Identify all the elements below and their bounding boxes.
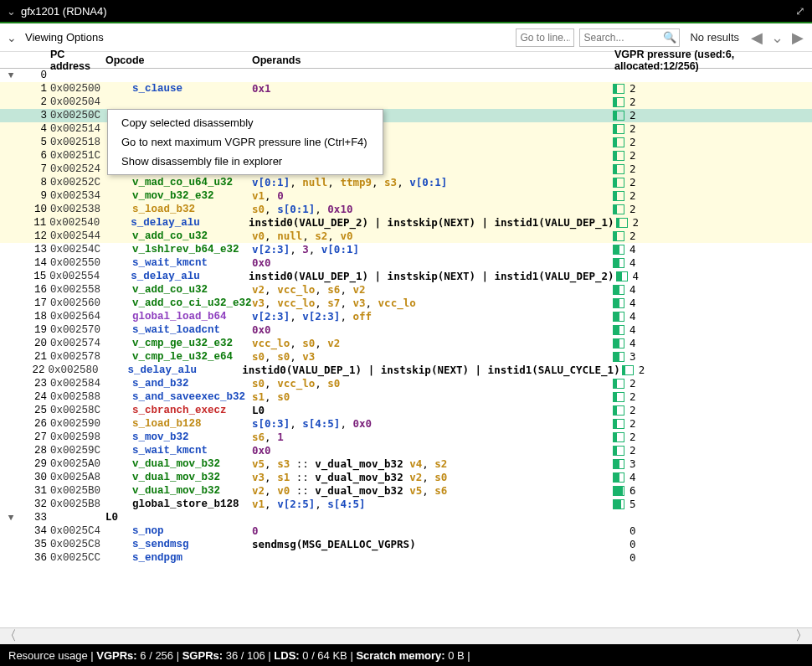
table-row[interactable]: ▼33L0 [0, 511, 812, 524]
vgpr-pressure: 0 [611, 551, 812, 565]
search-input[interactable] [579, 28, 680, 47]
opcode: s_nop [105, 524, 252, 538]
pc-address: 0x002524 [50, 163, 105, 176]
line-number: 23 [22, 377, 50, 390]
table-row[interactable]: 230x002584s_and_b32s0, vcc_lo, s02 [0, 377, 812, 390]
pressure-value: 2 [630, 377, 636, 390]
table-row[interactable]: 120x002544v_add_co_u32v0, null, s2, v02 [0, 230, 812, 243]
operands: instid0(VALU_DEP_2) | instskip(NEXT) | i… [249, 216, 614, 230]
viewing-options-label[interactable]: Viewing Options [25, 31, 104, 44]
table-row[interactable]: 190x002570s_wait_loadcnt0x04 [0, 323, 812, 337]
table-row[interactable]: 360x0025CCs_endpgm0 [0, 551, 812, 565]
header-vgpr-pressure[interactable]: VGPR pressure (used:6, allocated:12/256) [611, 49, 812, 72]
table-row[interactable]: 150x002554s_delay_aluinstid0(VALU_DEP_1)… [0, 270, 812, 283]
pc-address: 0x002598 [50, 431, 105, 444]
pressure-bar [613, 392, 624, 402]
table-row[interactable]: 80x00252Cv_mad_co_u64_u32v[0:1], null, t… [0, 176, 812, 189]
pressure-bar [613, 111, 624, 121]
line-number: 9 [22, 189, 50, 203]
opcode: s_wait_kmcnt [105, 444, 252, 457]
menu-goto-max-pressure[interactable]: Go to next maximum VGPR pressure line (C… [108, 132, 383, 152]
next-result-button[interactable]: ▶ [790, 28, 805, 47]
header-pc[interactable]: PC address [50, 49, 105, 72]
opcode: s_and_saveexec_b32 [105, 390, 252, 404]
header-opcode[interactable]: Opcode [105, 54, 252, 66]
pc-address: 0x00254C [50, 243, 105, 256]
operands: 0 [252, 524, 611, 538]
goto-line-input[interactable] [516, 28, 574, 47]
pressure-value: 2 [630, 230, 636, 243]
menu-copy-disassembly[interactable]: Copy selected disassembly [108, 113, 383, 132]
table-row[interactable]: 350x0025C8s_sendmsgsendmsg(MSG_DEALLOC_V… [0, 538, 812, 551]
table-row[interactable]: 250x00258Cs_cbranch_execzL02 [0, 404, 812, 417]
expand-toggle[interactable]: ▼ [0, 511, 22, 524]
table-row[interactable]: 310x0025B0v_dual_mov_b32v2, v0 :: v_dual… [0, 484, 812, 498]
table-row[interactable]: 210x002578v_cmp_le_u32_e64s0, s0, v33 [0, 350, 812, 364]
table-row[interactable]: 180x002564global_load_b64v[2:3], v[2:3],… [0, 310, 812, 323]
pressure-bar [613, 486, 624, 496]
pressure-bar [613, 97, 624, 107]
table-row[interactable]: 270x002598s_mov_b32s6, 12 [0, 431, 812, 444]
line-number: 35 [22, 538, 50, 551]
opcode: global_load_b64 [105, 310, 252, 323]
table-row[interactable]: 170x002560v_add_co_ci_u32_e32v3, vcc_lo,… [0, 297, 812, 310]
operands: 0x0 [252, 256, 611, 270]
table-row[interactable]: 320x0025B8global_store_b128v1, v[2:5], s… [0, 498, 812, 511]
line-number: 36 [22, 551, 50, 565]
table-row[interactable]: 340x0025C4s_nop00 [0, 524, 812, 538]
scroll-right-icon[interactable]: 〉 [795, 627, 809, 645]
table-row[interactable]: 260x002590s_load_b128s[0:3], s[4:5], 0x0… [0, 417, 812, 431]
line-number: 25 [22, 404, 50, 417]
opcode: s_mov_b32 [105, 431, 252, 444]
pressure-value: 0 [630, 538, 636, 551]
table-row[interactable]: 20x0025042 [0, 96, 812, 109]
table-row[interactable]: 160x002558v_add_co_u32v2, vcc_lo, s6, v2… [0, 283, 812, 297]
pressure-value: 2 [630, 431, 636, 444]
line-number: 17 [22, 297, 50, 310]
table-row[interactable]: 280x00259Cs_wait_kmcnt0x02 [0, 444, 812, 457]
vgpr-pressure: 2 [611, 189, 812, 203]
table-row[interactable]: 100x002538s_load_b32s0, s[0:1], 0x102 [0, 203, 812, 216]
operands: v1, 0 [252, 189, 611, 203]
down-result-button[interactable]: ⌄ [769, 28, 785, 47]
prev-result-button[interactable]: ◀ [749, 28, 764, 47]
table-row[interactable]: 140x002550s_wait_kmcnt0x04 [0, 256, 812, 270]
line-number: 34 [22, 524, 50, 538]
title-bar: ⌄ gfx1201 (RDNA4) ⤢ [0, 0, 812, 22]
table-row[interactable]: 300x0025A8v_dual_mov_b32v3, s1 :: v_dual… [0, 471, 812, 484]
opcode: v_add_co_u32 [105, 230, 252, 243]
table-header: PC address Opcode Operands VGPR pressure… [0, 52, 812, 69]
pc-address: 0x00252C [50, 176, 105, 189]
table-row[interactable]: 10x002500s_clause0x12 [0, 82, 812, 96]
table-row[interactable]: 290x0025A0v_dual_mov_b32v5, s3 :: v_dual… [0, 457, 812, 471]
opcode: v_mad_co_u64_u32 [105, 176, 252, 189]
table-row[interactable]: 130x00254Cv_lshlrev_b64_e32v[2:3], 3, v[… [0, 243, 812, 256]
vgpr-pressure: 4 [611, 256, 812, 270]
pressure-value: 2 [630, 109, 636, 122]
expand-icon[interactable]: ⤢ [795, 4, 805, 18]
opcode: s_wait_kmcnt [105, 256, 252, 270]
table-row[interactable]: 110x002540s_delay_aluinstid0(VALU_DEP_2)… [0, 216, 812, 230]
pc-address: 0x002558 [50, 283, 105, 297]
pressure-bar [613, 258, 624, 268]
chevron-down-icon[interactable]: ⌄ [7, 31, 17, 44]
menu-show-in-explorer[interactable]: Show disassembly file in explorer [108, 152, 383, 171]
chevron-down-icon[interactable]: ⌄ [7, 5, 16, 18]
header-operands[interactable]: Operands [252, 54, 611, 66]
horizontal-scrollbar[interactable]: 〈 〉 [0, 627, 812, 644]
opcode: s_load_b32 [105, 203, 252, 216]
table-row[interactable]: 220x002580s_delay_aluinstid0(VALU_DEP_1)… [0, 364, 812, 377]
table-row[interactable]: 240x002588s_and_saveexec_b32s1, s02 [0, 390, 812, 404]
no-results-label: No results [690, 31, 739, 44]
expand-toggle[interactable]: ▼ [0, 69, 22, 82]
vgpr-pressure: 3 [611, 350, 812, 364]
pressure-bar [613, 379, 624, 389]
window-title: gfx1201 (RDNA4) [21, 5, 107, 18]
pc-address: 0x002588 [50, 390, 105, 404]
scroll-left-icon[interactable]: 〈 [3, 627, 17, 645]
operands: 0x0 [252, 323, 611, 337]
table-row[interactable]: 90x002534v_mov_b32_e32v1, 02 [0, 189, 812, 203]
table-row[interactable]: 200x002574v_cmp_ge_u32_e32vcc_lo, s0, v2… [0, 337, 812, 350]
pressure-value: 2 [630, 136, 636, 149]
line-number: 30 [22, 471, 50, 484]
